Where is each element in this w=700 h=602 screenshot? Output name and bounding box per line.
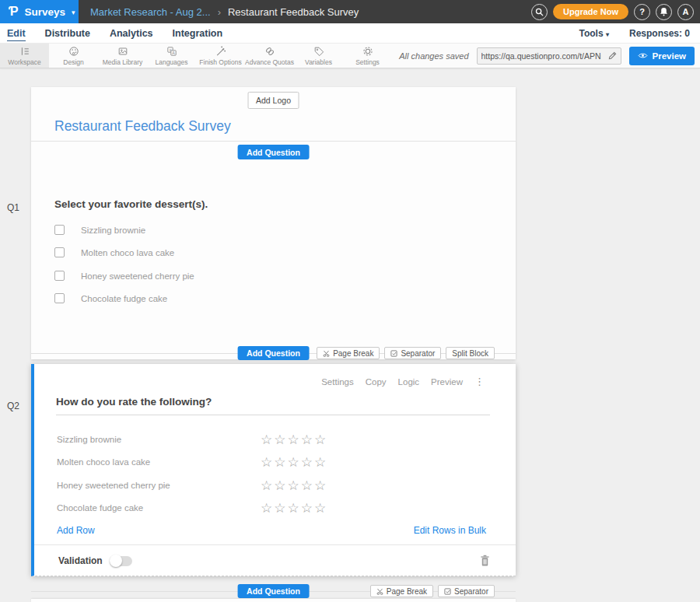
toggle-knob <box>110 555 122 567</box>
preview-button[interactable]: Preview <box>629 47 695 65</box>
avatar-initial: A <box>683 7 689 16</box>
survey-title[interactable]: Restaurant Feedback Survey <box>54 118 231 135</box>
surveys-product-switcher[interactable]: Ƥ Surveys ▾ <box>0 0 79 23</box>
rating-row: Chocolate fudge cake ☆☆☆☆☆ <box>57 500 327 516</box>
toolbar-item-media-library[interactable]: Media Library <box>98 44 147 68</box>
insert-question-row-2: Add Question Page Break Separator <box>31 584 516 598</box>
tab-analytics[interactable]: Analytics <box>110 26 153 40</box>
product-name: Surveys <box>25 6 66 18</box>
star-rating-icons[interactable]: ☆☆☆☆☆ <box>261 433 327 446</box>
search-button[interactable] <box>531 4 548 20</box>
header-actions: Upgrade Now ? A <box>531 4 700 20</box>
survey-block-q2-selected[interactable]: Settings Copy Logic Preview ⋮ How do you… <box>31 364 516 576</box>
scissors-icon <box>323 350 330 357</box>
q2-logic-button[interactable]: Logic <box>398 377 420 387</box>
option-label[interactable]: Sizzling brownie <box>81 226 145 235</box>
option-label[interactable]: Molten choco lava cake <box>81 248 174 257</box>
block-action-buttons: Page Break Separator Split Block <box>317 347 495 359</box>
toolbar-item-advance-quotas[interactable]: Advance Quotas <box>245 44 294 68</box>
add-question-button-bottom[interactable]: Add Question <box>237 584 310 598</box>
rating-row-label[interactable]: Chocolate fudge cake <box>57 503 261 513</box>
breadcrumb: Market Research - Aug 2... › Restaurant … <box>90 6 359 18</box>
svg-text:x: x <box>169 47 171 52</box>
chevron-down-icon: ▾ <box>606 31 609 38</box>
separator-checkbox-icon <box>444 588 451 595</box>
option-checkbox[interactable] <box>54 293 65 303</box>
variables-tag-icon <box>313 45 325 58</box>
option-checkbox[interactable] <box>54 247 65 257</box>
breadcrumb-survey-name: Restaurant Feedback Survey <box>228 6 359 18</box>
q1-option-row: Molten choco lava cake <box>54 247 174 257</box>
advance-quotas-links-icon <box>264 45 276 58</box>
breadcrumb-folder-link[interactable]: Market Research - Aug 2... <box>90 6 211 18</box>
separator-button[interactable]: Separator <box>384 347 441 359</box>
languages-icon: xA <box>166 45 178 58</box>
insert-question-row-1: Add Question Page Break Separator Split … <box>31 346 516 360</box>
tab-distribute[interactable]: Distribute <box>45 26 90 40</box>
questionpro-logo-icon: Ƥ <box>9 5 19 18</box>
q2-question-text[interactable]: How do you rate the following? <box>56 396 490 415</box>
q2-preview-button[interactable]: Preview <box>431 377 463 387</box>
toolbar-item-design[interactable]: Design <box>49 44 98 68</box>
toolbar-item-languages[interactable]: xA Languages <box>147 44 196 68</box>
responses-count-link[interactable]: Responses: 0 <box>629 28 690 39</box>
q1-option-row: Sizzling brownie <box>54 225 145 235</box>
separator-checkbox-icon <box>390 350 397 357</box>
rating-row: Molten choco lava cake ☆☆☆☆☆ <box>57 454 327 470</box>
tools-dropdown[interactable]: Tools ▾ <box>579 28 609 39</box>
edit-toolbar: Workspace Design Media Library xA Langua… <box>0 43 700 68</box>
save-status-text: All changes saved <box>399 51 468 61</box>
option-label[interactable]: Honey sweetened cherry pie <box>81 271 194 281</box>
validation-toggle[interactable] <box>110 556 132 566</box>
validation-row: Validation <box>58 555 132 566</box>
upgrade-now-button[interactable]: Upgrade Now <box>553 4 628 19</box>
q1-option-row: Chocolate fudge cake <box>54 293 167 303</box>
toolbar-item-variables[interactable]: Variables <box>294 44 343 68</box>
rating-row-label[interactable]: Honey sweetened cherry pie <box>57 481 261 490</box>
help-icon: ? <box>639 7 645 16</box>
q2-settings-button[interactable]: Settings <box>321 377 354 387</box>
page-break-button[interactable]: Page Break <box>317 347 380 359</box>
add-question-button-mid[interactable]: Add Question <box>237 346 310 360</box>
rating-row-label[interactable]: Molten choco lava cake <box>57 457 261 467</box>
kebab-menu-icon[interactable]: ⋮ <box>474 376 485 387</box>
add-row-link[interactable]: Add Row <box>57 525 95 536</box>
top-header-bar: Ƥ Surveys ▾ Market Research - Aug 2... ›… <box>0 0 700 23</box>
question-number-q1: Q1 <box>7 202 19 213</box>
toolbar-item-workspace[interactable]: Workspace <box>0 44 49 68</box>
delete-question-button[interactable] <box>480 555 490 569</box>
add-question-button-top[interactable]: Add Question <box>237 145 310 159</box>
avatar[interactable]: A <box>677 4 694 20</box>
search-icon <box>535 8 544 16</box>
design-palette-icon <box>68 45 80 58</box>
survey-url-input[interactable] <box>478 51 605 61</box>
edit-url-button[interactable] <box>605 51 621 60</box>
toolbar-item-finish-options[interactable]: Finish Options <box>196 44 245 68</box>
q2-copy-button[interactable]: Copy <box>366 377 387 387</box>
trash-icon <box>480 555 490 566</box>
toolbar-item-settings[interactable]: Settings <box>343 44 392 68</box>
tab-integration[interactable]: Integration <box>173 26 223 40</box>
add-logo-button[interactable]: Add Logo <box>247 92 299 109</box>
q1-question-text[interactable]: Select your favorite dessert(s). <box>54 198 208 210</box>
separator-button[interactable]: Separator <box>438 585 495 597</box>
edit-rows-in-bulk-link[interactable]: Edit Rows in Bulk <box>414 525 486 536</box>
option-label[interactable]: Chocolate fudge cake <box>81 294 167 303</box>
star-rating-icons[interactable]: ☆☆☆☆☆ <box>261 456 327 469</box>
option-checkbox[interactable] <box>54 271 65 281</box>
star-rating-icons[interactable]: ☆☆☆☆☆ <box>261 502 327 515</box>
help-button[interactable]: ? <box>634 4 650 20</box>
survey-block-next-partial <box>31 599 516 602</box>
scissors-icon <box>376 588 383 595</box>
option-checkbox[interactable] <box>54 225 65 235</box>
star-rating-icons[interactable]: ☆☆☆☆☆ <box>261 479 327 492</box>
notifications-button[interactable] <box>656 4 672 20</box>
chevron-right-icon: › <box>218 6 221 18</box>
split-block-button[interactable]: Split Block <box>446 347 495 359</box>
divider <box>31 141 516 142</box>
tab-edit[interactable]: Edit <box>7 26 26 41</box>
rating-row: Sizzling brownie ☆☆☆☆☆ <box>57 432 327 447</box>
settings-gear-icon <box>362 45 374 58</box>
rating-row-label[interactable]: Sizzling brownie <box>57 435 261 444</box>
page-break-button[interactable]: Page Break <box>370 585 433 597</box>
